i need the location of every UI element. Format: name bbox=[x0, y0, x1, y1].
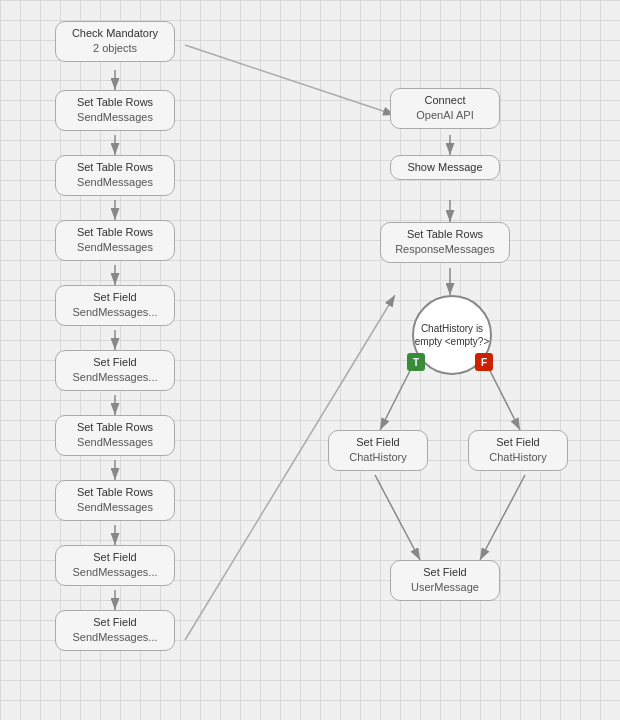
svg-line-15 bbox=[375, 475, 420, 560]
node8-line2: SendMessages... bbox=[64, 565, 166, 580]
set-table-rows-node-1: Set Table Rows SendMessages bbox=[55, 90, 175, 131]
chat1-line1: Set Field bbox=[337, 435, 419, 450]
set-table-response-node: Set Table Rows ResponseMessages bbox=[380, 222, 510, 263]
node9-line2: SendMessages... bbox=[64, 630, 166, 645]
set-field-chat1-node: Set Field ChatHistory bbox=[328, 430, 428, 471]
true-badge: T bbox=[407, 353, 425, 371]
condition-text: ChatHistory is empty <empty?> bbox=[414, 322, 490, 348]
node6-line2: SendMessages bbox=[64, 435, 166, 450]
node5-line2: SendMessages... bbox=[64, 370, 166, 385]
svg-line-17 bbox=[185, 45, 395, 115]
node1-line1: Set Table Rows bbox=[64, 95, 166, 110]
chat1-line2: ChatHistory bbox=[337, 450, 419, 465]
set-field-user-node: Set Field UserMessage bbox=[390, 560, 500, 601]
node3-line2: SendMessages bbox=[64, 240, 166, 255]
response-line2: ResponseMessages bbox=[389, 242, 501, 257]
node2-line2: SendMessages bbox=[64, 175, 166, 190]
set-table-rows-node-5: Set Table Rows SendMessages bbox=[55, 480, 175, 521]
set-table-rows-node-4: Set Table Rows SendMessages bbox=[55, 415, 175, 456]
show-message-node: Show Message bbox=[390, 155, 500, 180]
set-table-rows-node-2: Set Table Rows SendMessages bbox=[55, 155, 175, 196]
node4-line2: SendMessages... bbox=[64, 305, 166, 320]
set-field-node-2: Set Field SendMessages... bbox=[55, 350, 175, 391]
node3-line1: Set Table Rows bbox=[64, 225, 166, 240]
chat2-line2: ChatHistory bbox=[477, 450, 559, 465]
node9-line1: Set Field bbox=[64, 615, 166, 630]
set-field-node-1: Set Field SendMessages... bbox=[55, 285, 175, 326]
chat2-line1: Set Field bbox=[477, 435, 559, 450]
set-field-node-3: Set Field SendMessages... bbox=[55, 545, 175, 586]
svg-line-16 bbox=[480, 475, 525, 560]
response-line1: Set Table Rows bbox=[389, 227, 501, 242]
connect-line1: Connect bbox=[399, 93, 491, 108]
node4-line1: Set Field bbox=[64, 290, 166, 305]
check-mandatory-node: Check Mandatory 2 objects bbox=[55, 21, 175, 62]
node6-line1: Set Table Rows bbox=[64, 420, 166, 435]
connect-line2: OpenAI API bbox=[399, 108, 491, 123]
check-mandatory-line2: 2 objects bbox=[64, 41, 166, 56]
set-field-node-4: Set Field SendMessages... bbox=[55, 610, 175, 651]
node8-line1: Set Field bbox=[64, 550, 166, 565]
user-line2: UserMessage bbox=[399, 580, 491, 595]
node1-line2: SendMessages bbox=[64, 110, 166, 125]
node5-line1: Set Field bbox=[64, 355, 166, 370]
connect-openai-node: Connect OpenAI API bbox=[390, 88, 500, 129]
false-badge: F bbox=[475, 353, 493, 371]
user-line1: Set Field bbox=[399, 565, 491, 580]
node7-line1: Set Table Rows bbox=[64, 485, 166, 500]
check-mandatory-line1: Check Mandatory bbox=[64, 26, 166, 41]
node2-line1: Set Table Rows bbox=[64, 160, 166, 175]
show-message-line1: Show Message bbox=[399, 160, 491, 175]
set-table-rows-node-3: Set Table Rows SendMessages bbox=[55, 220, 175, 261]
node7-line2: SendMessages bbox=[64, 500, 166, 515]
set-field-chat2-node: Set Field ChatHistory bbox=[468, 430, 568, 471]
